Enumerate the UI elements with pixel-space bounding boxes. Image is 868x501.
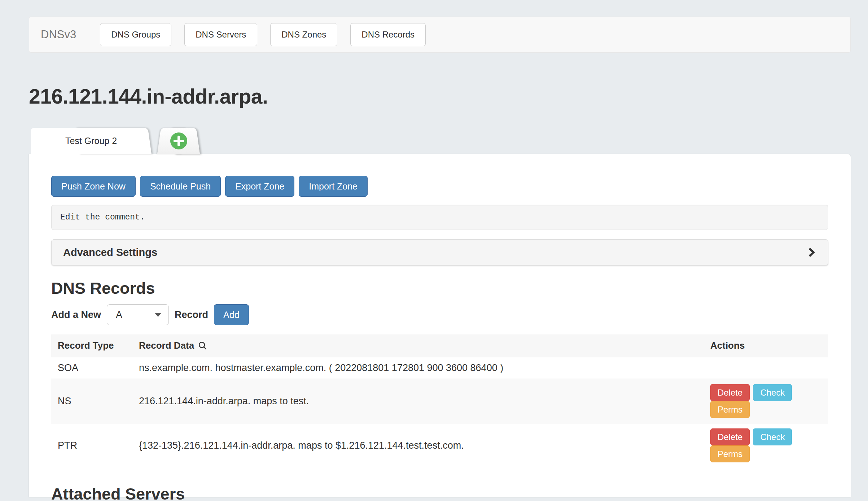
page-title: 216.121.144.in-addr.arpa. xyxy=(29,84,868,108)
record-data-cell: {132-135}.216.121.144.in-addr.arpa. maps… xyxy=(132,423,704,468)
dns-records-heading: DNS Records xyxy=(51,279,828,298)
zone-action-label: Push Zone Now xyxy=(61,181,126,192)
zone-panel: Push Zone NowSchedule PushExport ZoneImp… xyxy=(29,154,851,497)
navbar-button-label: DNS Groups xyxy=(111,30,160,40)
record-type-cell: PTR xyxy=(51,423,132,468)
tab-bar: Test Group 2 xyxy=(31,128,868,154)
navbar-button[interactable]: DNS Records xyxy=(350,23,426,46)
zone-action-label: Export Zone xyxy=(235,181,284,192)
plus-icon xyxy=(170,132,187,149)
dns-records-table: Record Type Record Data Actions xyxy=(51,334,828,467)
navbar-button-label: DNS Zones xyxy=(281,30,326,40)
record-data-cell: 216.121.144.in-addr.arpa. maps to test. xyxy=(132,379,704,423)
attached-servers-heading: Attached Servers xyxy=(51,485,828,501)
record-row: PTR {132-135}.216.121.144.in-addr.arpa. … xyxy=(51,423,828,468)
add-record-prefix-label: Add a New xyxy=(51,309,101,321)
record-action-button[interactable]: Check xyxy=(753,428,792,445)
record-action-button[interactable]: Delete xyxy=(710,428,750,445)
record-data-cell: ns.example.com. hostmaster.example.com. … xyxy=(132,357,704,379)
advanced-settings-expander[interactable]: Advanced Settings xyxy=(51,239,828,265)
record-actions-cell: DeleteCheckPerms xyxy=(704,423,828,468)
navbar-button-label: DNS Records xyxy=(361,30,415,40)
navbar: DNSv3 DNS GroupsDNS ServersDNS ZonesDNS … xyxy=(29,17,851,53)
record-actions-cell: DeleteCheckPerms xyxy=(704,379,828,423)
record-type-cell: SOA xyxy=(51,357,132,379)
navbar-button-label: DNS Servers xyxy=(196,30,246,40)
navbar-button[interactable]: DNS Zones xyxy=(270,23,337,46)
zone-action-buttons: Push Zone NowSchedule PushExport ZoneImp… xyxy=(51,176,828,197)
tab-test-group-2[interactable]: Test Group 2 xyxy=(31,128,152,154)
add-record-suffix-label: Record xyxy=(175,309,208,321)
zone-action-label: Import Zone xyxy=(309,181,358,192)
record-action-button[interactable]: Perms xyxy=(710,445,750,462)
zone-action-button[interactable]: Push Zone Now xyxy=(51,176,136,197)
column-header-record-data: Record Data xyxy=(132,334,704,357)
zone-action-button[interactable]: Export Zone xyxy=(225,176,294,197)
navbar-button[interactable]: DNS Groups xyxy=(100,23,171,46)
zone-action-button[interactable]: Schedule Push xyxy=(140,176,221,197)
add-record-row: Add a New A Record Add xyxy=(51,304,828,325)
navbar-button[interactable]: DNS Servers xyxy=(184,23,257,46)
zone-action-label: Schedule Push xyxy=(150,181,211,192)
advanced-settings-label: Advanced Settings xyxy=(63,247,157,258)
zone-comment-field[interactable]: Edit the comment. xyxy=(51,205,828,230)
record-type-cell: NS xyxy=(51,379,132,423)
record-row: NS 216.121.144.in-addr.arpa. maps to tes… xyxy=(51,379,828,423)
record-row: SOA ns.example.com. hostmaster.example.c… xyxy=(51,357,828,379)
chevron-right-icon xyxy=(806,247,816,258)
column-header-record-type: Record Type xyxy=(51,334,132,357)
table-header-row: Record Type Record Data Actions xyxy=(51,334,828,357)
record-data-header-label: Record Data xyxy=(139,340,194,351)
zone-action-button[interactable]: Import Zone xyxy=(299,176,368,197)
record-action-button[interactable]: Delete xyxy=(710,384,750,401)
record-action-button[interactable]: Perms xyxy=(710,401,750,418)
search-icon[interactable] xyxy=(198,341,207,350)
tab-label: Test Group 2 xyxy=(31,128,152,154)
record-type-select[interactable]: A xyxy=(107,304,169,325)
app-brand: DNSv3 xyxy=(41,28,76,41)
add-tab-button[interactable] xyxy=(157,128,200,154)
record-action-button[interactable]: Check xyxy=(753,384,792,401)
add-record-button[interactable]: Add xyxy=(214,304,249,325)
chevron-down-icon xyxy=(155,313,161,317)
column-header-actions: Actions xyxy=(704,334,828,357)
record-type-selected-value: A xyxy=(116,309,122,321)
navbar-buttons: DNS GroupsDNS ServersDNS ZonesDNS Record… xyxy=(100,23,439,46)
zone-comment-text: Edit the comment. xyxy=(60,213,145,222)
record-actions-cell xyxy=(704,357,828,379)
